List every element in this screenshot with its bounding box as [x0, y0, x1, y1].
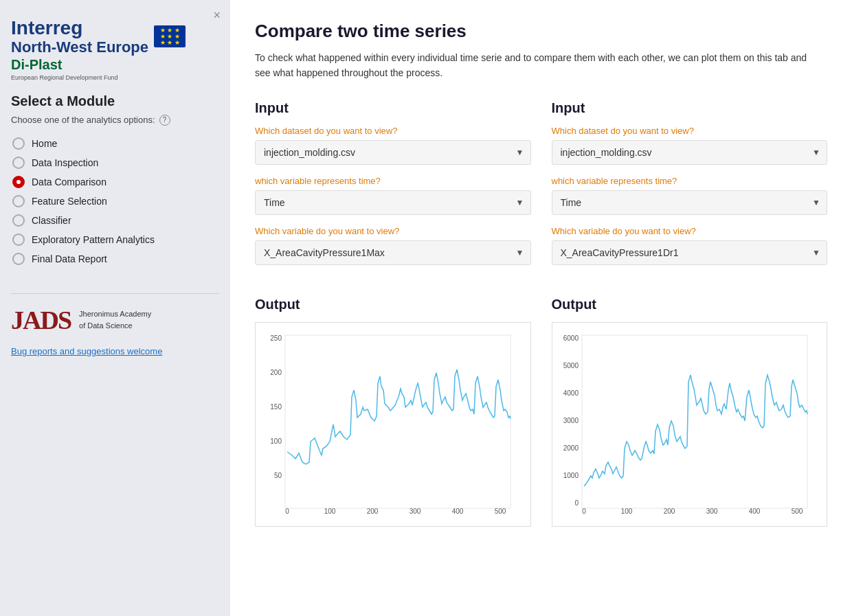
radio-exploratory: [12, 233, 25, 246]
interreg-logo: Interreg North-West Europe ★ ★ ★★ ★ ★★ ★…: [11, 18, 219, 56]
svg-text:400: 400: [452, 507, 464, 515]
svg-text:50: 50: [274, 472, 282, 479]
radio-final-report: [12, 253, 25, 265]
sidebar: × Interreg North-West Europe ★ ★ ★★ ★ ★★…: [0, 0, 230, 616]
jads-info: Jheronimus Academy of Data Science: [79, 308, 151, 331]
output-left-heading: Output: [255, 297, 531, 312]
variable-right-select-wrapper: X_AreaCavityPressure1Dr1 ▼: [552, 240, 828, 265]
variable-left-select[interactable]: X_AreaCavityPressure1Max: [255, 240, 531, 265]
svg-text:150: 150: [270, 403, 282, 411]
jads-area: JADS Jheronimus Academy of Data Science: [11, 305, 219, 335]
svg-text:6000: 6000: [563, 334, 579, 342]
svg-text:0: 0: [285, 507, 289, 515]
svg-rect-11: [285, 335, 511, 508]
svg-text:300: 300: [706, 507, 717, 515]
time-right-select-wrapper: Time ▼: [552, 190, 828, 215]
interreg-text: Interreg: [11, 18, 148, 39]
svg-text:3000: 3000: [563, 417, 579, 424]
svg-text:200: 200: [367, 507, 379, 515]
input-right-heading: Input: [552, 100, 828, 116]
svg-text:1000: 1000: [563, 472, 579, 479]
sidebar-label-exploratory: Exploratory Pattern Analytics: [32, 234, 155, 245]
time-left-select[interactable]: Time: [255, 190, 531, 215]
sidebar-item-feature-selection[interactable]: Feature Selection: [11, 192, 219, 211]
sidebar-label-home: Home: [32, 138, 57, 149]
jads-logo: JADS: [11, 305, 71, 335]
two-column-layout: Input Which dataset do you want to view?…: [255, 100, 827, 527]
sidebar-divider: [11, 293, 219, 294]
input-left-heading: Input: [255, 100, 531, 116]
radio-classifier: [12, 214, 25, 227]
choose-label: Choose one of the analytics options: ?: [11, 115, 219, 126]
erdf-text: European Regional Development Fund: [11, 74, 219, 81]
svg-text:0: 0: [582, 507, 586, 515]
sidebar-label-data-comparison: Data Comparison: [32, 176, 106, 187]
svg-text:400: 400: [748, 507, 760, 515]
chart-right-svg: 6000 5000 4000 3000 2000 1000 0 0 100 20…: [558, 328, 812, 521]
time-right-label: which variable represents time?: [552, 176, 828, 186]
variable-right-label: Which variable do you want to view?: [552, 226, 828, 236]
dataset-left-label: Which dataset do you want to view?: [255, 126, 531, 136]
output-right-heading: Output: [552, 297, 828, 312]
chart-left: 250 200 150 100 50 0 100 200 300 400 500: [255, 322, 531, 527]
dataset-right-select[interactable]: injection_molding.csv: [552, 140, 828, 165]
page-description: To check what happened within every indi…: [255, 50, 818, 81]
svg-text:100: 100: [324, 507, 336, 515]
radio-data-inspection: [12, 157, 25, 169]
svg-text:250: 250: [270, 334, 282, 342]
sidebar-label-classifier: Classifier: [32, 215, 71, 226]
variable-right-select[interactable]: X_AreaCavityPressure1Dr1: [552, 240, 828, 265]
svg-text:4000: 4000: [563, 389, 579, 397]
sidebar-item-data-inspection[interactable]: Data Inspection: [11, 153, 219, 172]
eu-flag-stars: ★ ★ ★★ ★ ★★ ★ ★: [160, 27, 180, 46]
chart-right: 6000 5000 4000 3000 2000 1000 0 0 100 20…: [552, 322, 828, 527]
sidebar-item-home[interactable]: Home: [11, 134, 219, 153]
chart-left-svg: 250 200 150 100 50 0 100 200 300 400 500: [261, 328, 515, 521]
variable-left-select-wrapper: X_AreaCavityPressure1Max ▼: [255, 240, 531, 265]
sidebar-item-exploratory[interactable]: Exploratory Pattern Analytics: [11, 230, 219, 249]
diplast-text: Di-Plast: [11, 57, 219, 73]
module-title: Select a Module: [11, 93, 219, 109]
dataset-left-select-wrapper: injection_molding.csv ▼: [255, 140, 531, 165]
output-right: Output 6000 5000 4000 3000 2000 1000 0 0…: [552, 297, 828, 527]
input-right: Input Which dataset do you want to view?…: [552, 100, 828, 276]
sidebar-item-data-comparison[interactable]: Data Comparison: [11, 172, 219, 192]
close-button[interactable]: ×: [213, 8, 221, 23]
svg-text:300: 300: [410, 507, 421, 515]
eu-flag: ★ ★ ★★ ★ ★★ ★ ★: [154, 25, 186, 47]
time-right-select[interactable]: Time: [552, 190, 828, 215]
sidebar-label-feature-selection: Feature Selection: [32, 196, 107, 207]
radio-home: [12, 137, 25, 150]
svg-text:100: 100: [270, 437, 282, 445]
page-title: Compare two time series: [255, 21, 827, 42]
dataset-left-select[interactable]: injection_molding.csv: [255, 140, 531, 165]
time-left-select-wrapper: Time ▼: [255, 190, 531, 215]
nw-europe-text: North-West Europe: [11, 39, 148, 56]
dataset-right-label: Which dataset do you want to view?: [552, 126, 828, 136]
svg-text:500: 500: [495, 507, 506, 515]
svg-text:500: 500: [791, 507, 803, 515]
time-left-label: which variable represents time?: [255, 176, 531, 186]
bug-reports-link[interactable]: Bug reports and suggestions welcome: [11, 346, 219, 356]
radio-feature-selection: [12, 195, 25, 207]
dataset-right-select-wrapper: injection_molding.csv ▼: [552, 140, 828, 165]
sidebar-label-data-inspection: Data Inspection: [32, 157, 98, 168]
svg-text:100: 100: [620, 507, 632, 515]
sidebar-label-final-report: Final Data Report: [32, 253, 107, 264]
sidebar-item-classifier[interactable]: Classifier: [11, 211, 219, 230]
nav-list: Home Data Inspection Data Comparison Fea…: [11, 134, 219, 269]
logo-area: Interreg North-West Europe ★ ★ ★★ ★ ★★ ★…: [11, 18, 219, 81]
svg-text:200: 200: [270, 369, 282, 376]
svg-text:2000: 2000: [563, 444, 579, 452]
svg-text:0: 0: [574, 499, 579, 507]
input-left: Input Which dataset do you want to view?…: [255, 100, 531, 276]
output-left: Output 250 200 150 100 50 0 100 200 300 …: [255, 297, 531, 527]
main-content: Compare two time series To check what ha…: [230, 0, 852, 616]
svg-text:5000: 5000: [563, 362, 579, 369]
help-icon[interactable]: ?: [159, 115, 170, 126]
svg-text:200: 200: [663, 507, 675, 515]
radio-data-comparison: [12, 176, 25, 188]
svg-rect-25: [582, 335, 807, 508]
sidebar-item-final-report[interactable]: Final Data Report: [11, 249, 219, 269]
variable-left-label: Which variable do you want to view?: [255, 226, 531, 236]
